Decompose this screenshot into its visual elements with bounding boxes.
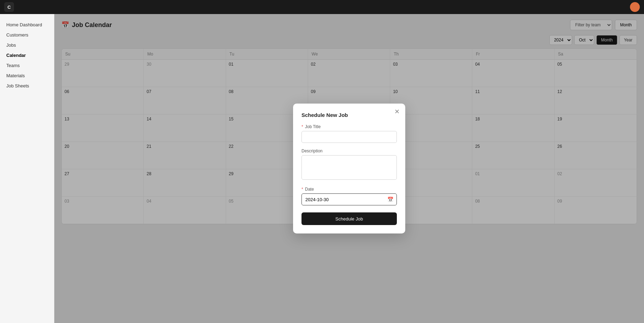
sidebar-item-customers[interactable]: Customers <box>0 30 54 40</box>
sidebar: Home Dashboard Customers Jobs Calendar T… <box>0 14 54 323</box>
description-input[interactable] <box>301 155 397 180</box>
topbar: C <box>0 0 644 14</box>
modal-close-button[interactable]: ✕ <box>394 108 400 115</box>
app-logo[interactable]: C <box>4 2 14 12</box>
user-avatar[interactable] <box>630 2 640 12</box>
sidebar-item-teams[interactable]: Teams <box>0 60 54 71</box>
job-title-group: * Job Title <box>301 124 397 143</box>
modal-overlay[interactable]: ✕ Schedule New Job * Job Title Descripti… <box>54 14 644 323</box>
modal-title: Schedule New Job <box>301 112 397 118</box>
schedule-job-modal: ✕ Schedule New Job * Job Title Descripti… <box>293 104 405 233</box>
sidebar-item-job-sheets[interactable]: Job Sheets <box>0 81 54 91</box>
main-layout: Home Dashboard Customers Jobs Calendar T… <box>0 14 644 323</box>
job-title-label: * Job Title <box>301 124 397 129</box>
description-label: Description <box>301 149 397 153</box>
date-input-wrapper: 📅 <box>301 193 397 205</box>
description-group: Description <box>301 149 397 181</box>
job-title-input[interactable] <box>301 131 397 143</box>
sidebar-item-materials[interactable]: Materials <box>0 71 54 81</box>
sidebar-item-home-dashboard[interactable]: Home Dashboard <box>0 20 54 30</box>
date-group: * Date 📅 <box>301 187 397 205</box>
schedule-job-button[interactable]: Schedule Job <box>301 212 397 225</box>
date-label: * Date <box>301 187 397 192</box>
sidebar-item-calendar[interactable]: Calendar <box>0 50 54 60</box>
content-area: 📅 Job Calendar Filter by team Month 2024… <box>54 14 644 323</box>
date-input[interactable] <box>301 193 397 205</box>
sidebar-item-jobs[interactable]: Jobs <box>0 40 54 50</box>
